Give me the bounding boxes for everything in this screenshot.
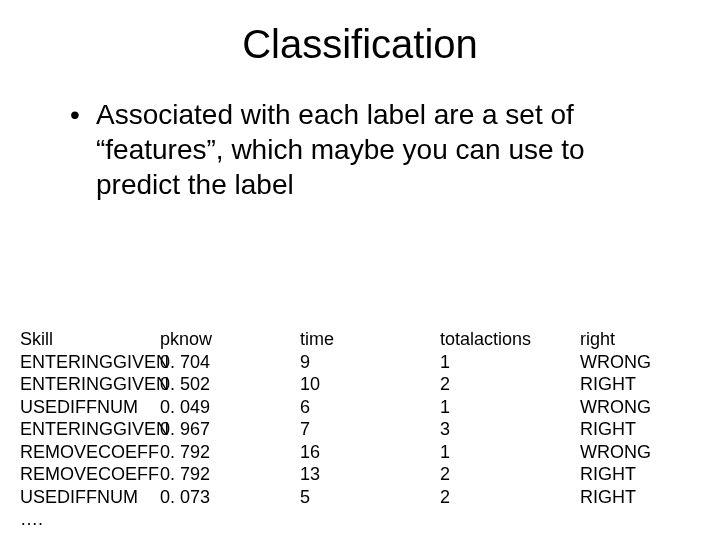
cell-right: RIGHT (580, 486, 700, 509)
cell-time: 6 (300, 396, 440, 419)
cell-skill: ENTERINGGIVEN (20, 418, 160, 441)
cell-skill: REMOVECOEFF (20, 441, 160, 464)
cell-totalactions: 1 (440, 351, 580, 374)
slide-body: Associated with each label are a set of … (70, 97, 660, 202)
slide-title: Classification (0, 22, 720, 67)
header-time: time (300, 328, 440, 351)
cell-pknow: 0. 792 (160, 441, 300, 464)
table-row: ENTERINGGIVEN 0. 967 7 3 RIGHT (20, 418, 700, 441)
cell-totalactions: 2 (440, 486, 580, 509)
cell-time: 10 (300, 373, 440, 396)
table-row: USEDIFFNUM 0. 049 6 1 WRONG (20, 396, 700, 419)
cell-time: 5 (300, 486, 440, 509)
table-trailing-row: …. (20, 508, 700, 531)
cell-right: WRONG (580, 396, 700, 419)
cell-skill: REMOVECOEFF (20, 463, 160, 486)
header-skill: Skill (20, 328, 160, 351)
cell-skill: ENTERINGGIVEN (20, 351, 160, 374)
cell-right: RIGHT (580, 463, 700, 486)
cell-skill: USEDIFFNUM (20, 396, 160, 419)
cell-pknow: 0. 792 (160, 463, 300, 486)
cell-totalactions: 1 (440, 441, 580, 464)
table-row: REMOVECOEFF 0. 792 16 1 WRONG (20, 441, 700, 464)
cell-pknow: 0. 967 (160, 418, 300, 441)
cell-time: 16 (300, 441, 440, 464)
table-row: USEDIFFNUM 0. 073 5 2 RIGHT (20, 486, 700, 509)
data-table-wrap: Skill pknow time totalactions right ENTE… (20, 328, 700, 531)
cell-time: 9 (300, 351, 440, 374)
header-right: right (580, 328, 700, 351)
table-row: ENTERINGGIVEN 0. 502 10 2 RIGHT (20, 373, 700, 396)
cell-pknow: 0. 502 (160, 373, 300, 396)
cell-time: 7 (300, 418, 440, 441)
cell-right: RIGHT (580, 373, 700, 396)
cell-right: WRONG (580, 441, 700, 464)
bullet-item: Associated with each label are a set of … (70, 97, 660, 202)
cell-right: RIGHT (580, 418, 700, 441)
cell-skill: USEDIFFNUM (20, 486, 160, 509)
table-header-row: Skill pknow time totalactions right (20, 328, 700, 351)
cell-right: WRONG (580, 351, 700, 374)
header-pknow: pknow (160, 328, 300, 351)
table-row: REMOVECOEFF 0. 792 13 2 RIGHT (20, 463, 700, 486)
cell-skill: ENTERINGGIVEN (20, 373, 160, 396)
cell-trailing: …. (20, 508, 160, 531)
cell-time: 13 (300, 463, 440, 486)
table-row: ENTERINGGIVEN 0. 704 9 1 WRONG (20, 351, 700, 374)
slide: Classification Associated with each labe… (0, 22, 720, 540)
header-totalactions: totalactions (440, 328, 580, 351)
cell-pknow: 0. 704 (160, 351, 300, 374)
data-table: Skill pknow time totalactions right ENTE… (20, 328, 700, 531)
cell-totalactions: 2 (440, 373, 580, 396)
cell-totalactions: 3 (440, 418, 580, 441)
cell-pknow: 0. 049 (160, 396, 300, 419)
cell-totalactions: 1 (440, 396, 580, 419)
cell-totalactions: 2 (440, 463, 580, 486)
cell-pknow: 0. 073 (160, 486, 300, 509)
